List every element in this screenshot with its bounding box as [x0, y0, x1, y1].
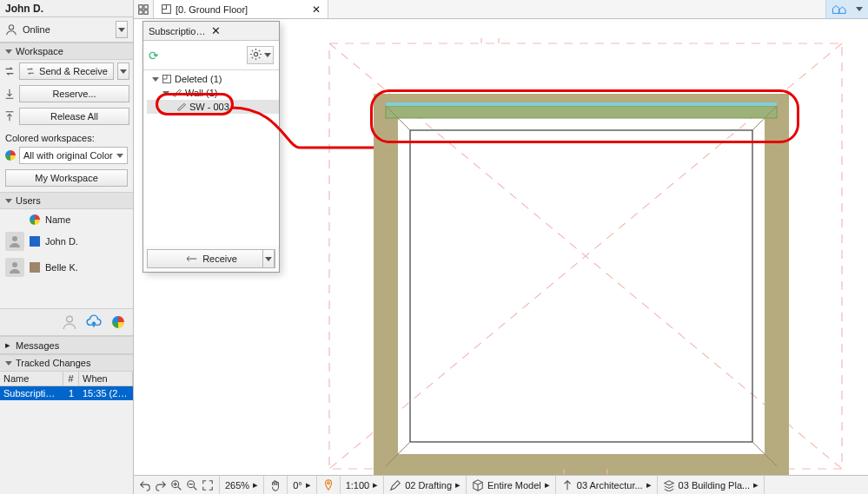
- user-row[interactable]: John D.: [0, 228, 133, 254]
- tracked-change-row[interactable]: Subscription ... 1 15:35 (202...: [0, 386, 133, 400]
- col-hash-header[interactable]: #: [63, 372, 79, 385]
- pan-seg[interactable]: [264, 476, 288, 494]
- user-row[interactable]: Belle K.: [0, 254, 133, 280]
- model-seg[interactable]: Entire Model ▸: [467, 476, 556, 494]
- palette-close-icon[interactable]: ✕: [209, 25, 274, 36]
- avatar-icon: [5, 232, 24, 251]
- workspace-icon-row: [0, 308, 133, 336]
- reserve-down-icon: [3, 88, 16, 100]
- svg-rect-13: [410, 130, 752, 442]
- avatar-icon: [5, 258, 24, 277]
- zoom-in-icon[interactable]: [170, 479, 182, 491]
- users-section-label: Users: [16, 195, 41, 206]
- svg-rect-12: [386, 106, 777, 466]
- svg-rect-4: [139, 4, 142, 8]
- col-name-header[interactable]: Name: [0, 372, 63, 385]
- workspace-section-header[interactable]: Workspace: [0, 43, 133, 60]
- drafting-value: 02 Drafting: [405, 480, 452, 491]
- fit-icon[interactable]: [202, 479, 214, 491]
- color-wheel-icon[interactable]: [110, 314, 126, 330]
- col-when-header[interactable]: When: [79, 372, 133, 385]
- chevron-right-icon[interactable]: ▸: [545, 479, 550, 491]
- model-value: Entire Model: [487, 480, 541, 491]
- color-wheel-icon: [30, 214, 40, 225]
- reserve-button[interactable]: Reserve...: [19, 85, 129, 102]
- angle-seg[interactable]: 0° ▸: [288, 476, 317, 494]
- chevron-right-icon[interactable]: ▸: [455, 479, 461, 491]
- upload-cloud-icon[interactable]: [86, 314, 102, 330]
- palette-title-bar[interactable]: Subscription -Selected El... ✕: [143, 22, 279, 41]
- zoom-out-icon[interactable]: [186, 479, 198, 491]
- receive-label: Receive: [202, 254, 237, 264]
- svg-rect-14: [386, 106, 777, 118]
- color-mode-select[interactable]: All with original Color: [19, 147, 128, 164]
- chevron-down-icon[interactable]: [856, 7, 863, 11]
- layers-icon: [663, 479, 675, 491]
- zoom-value: 265%: [225, 480, 249, 491]
- svg-point-0: [9, 25, 13, 30]
- arrow-left-icon: [185, 254, 197, 263]
- user-color-swatch: [30, 262, 40, 273]
- drafting-seg[interactable]: 02 Drafting ▸: [384, 476, 467, 494]
- my-workspace-label: My Workspace: [35, 173, 98, 183]
- scale-seg[interactable]: 1:100 ▸: [341, 476, 385, 494]
- tab-bar: [0. Ground Floor] ✕: [134, 0, 868, 19]
- online-status-dropdown[interactable]: [116, 21, 128, 38]
- tree-node-deleted[interactable]: Deleted (1): [147, 72, 279, 86]
- tab-label: [0. Ground Floor]: [176, 4, 248, 15]
- release-up-icon: [3, 110, 16, 122]
- send-receive-label: Send & Receive: [39, 66, 108, 76]
- svg-point-2: [12, 262, 17, 267]
- send-receive-button[interactable]: Send & Receive: [19, 63, 114, 80]
- messages-section-header[interactable]: ▸ Messages: [0, 336, 133, 354]
- tree-node-wall[interactable]: Wall (1): [147, 86, 279, 100]
- undo-icon[interactable]: [139, 479, 151, 491]
- chevron-right-icon[interactable]: ▸: [306, 479, 311, 491]
- send-receive-dropdown[interactable]: [117, 63, 129, 80]
- tracked-change-when: 15:35 (202...: [79, 386, 133, 400]
- chevron-right-icon[interactable]: ▸: [753, 479, 759, 491]
- tree-wall-label: Wall (1): [185, 88, 217, 98]
- sync-left-right-icon: [3, 65, 16, 77]
- wall-icon: [176, 102, 187, 112]
- nav-history-seg: [134, 476, 220, 494]
- users-section-header[interactable]: Users: [0, 192, 133, 209]
- reserve-icon: [62, 314, 77, 330]
- tree-item-label: SW - 003: [189, 102, 229, 112]
- plan-icon: [161, 3, 172, 15]
- palette-title: Subscription -Selected El...: [149, 26, 209, 36]
- users-header-row: Name: [0, 211, 133, 228]
- receive-dropdown[interactable]: [262, 249, 275, 268]
- current-user-name: John D.: [0, 0, 133, 17]
- tab-close-icon[interactable]: ✕: [312, 3, 321, 16]
- refresh-icon[interactable]: ⟳: [149, 49, 159, 63]
- palette-settings-button[interactable]: [247, 46, 274, 64]
- svg-rect-5: [144, 4, 148, 8]
- workspace-section-label: Workspace: [16, 46, 63, 56]
- tree-node-sw003[interactable]: SW - 003: [147, 100, 279, 114]
- arch-seg[interactable]: 03 Architectur... ▸: [556, 476, 658, 494]
- tracked-changes-section-header[interactable]: Tracked Changes: [0, 354, 133, 372]
- left-panel: John D. Online Workspace Send & Receive …: [0, 0, 134, 494]
- receive-button[interactable]: Receive: [147, 249, 275, 268]
- scale-value: 1:100: [346, 480, 370, 491]
- chevron-right-icon[interactable]: ▸: [373, 479, 378, 491]
- chevron-right-icon[interactable]: ▸: [253, 479, 258, 491]
- chevron-down-icon: [152, 77, 159, 82]
- building-icon[interactable]: [832, 3, 851, 16]
- users-name-header: Name: [45, 214, 70, 225]
- user-name: John D.: [45, 236, 78, 247]
- view-grid-icon[interactable]: [134, 0, 154, 18]
- redo-icon[interactable]: [155, 479, 167, 491]
- reserve-label: Reserve...: [52, 89, 96, 99]
- chevron-right-icon[interactable]: ▸: [646, 479, 652, 491]
- my-workspace-button[interactable]: My Workspace: [5, 169, 128, 187]
- release-all-button[interactable]: Release All: [19, 108, 129, 125]
- building-seg[interactable]: 03 Building Pla... ▸: [658, 476, 765, 494]
- user-head-icon: [5, 23, 17, 36]
- zoom-seg[interactable]: 265% ▸: [220, 476, 264, 494]
- marker-seg[interactable]: [317, 476, 341, 494]
- online-status-row[interactable]: Online: [0, 17, 133, 43]
- tab-ground-floor[interactable]: [0. Ground Floor] ✕: [154, 0, 328, 18]
- hand-icon: [269, 479, 282, 491]
